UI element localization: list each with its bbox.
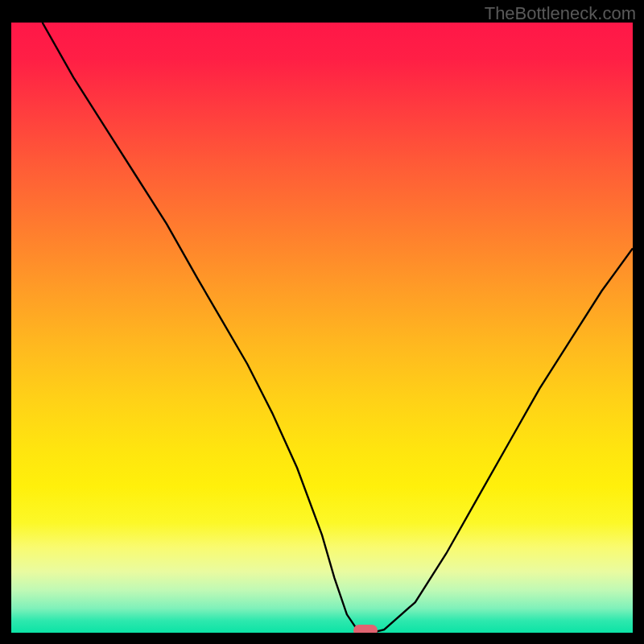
- chart-plot-area: [11, 23, 633, 633]
- bottleneck-curve-line: [43, 23, 633, 633]
- watermark-text: TheBottleneck.com: [485, 3, 636, 24]
- chart-valley-marker: [353, 625, 378, 633]
- chart-svg: [11, 23, 633, 633]
